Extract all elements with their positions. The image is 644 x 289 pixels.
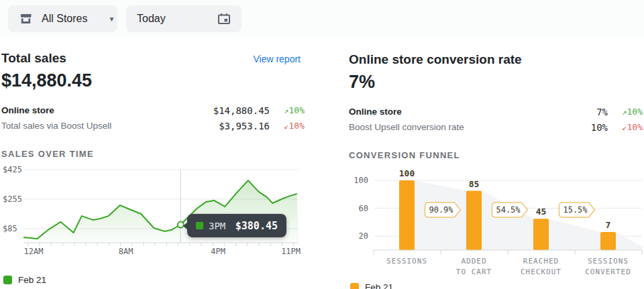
metric-label: Online store	[349, 107, 527, 117]
x-axis-label: CONVERTED	[585, 268, 631, 276]
trend-up-icon: ↗	[622, 107, 627, 117]
tooltip-time: 3PM	[209, 221, 225, 231]
storefront-icon	[19, 12, 33, 25]
funnel-bar	[399, 180, 415, 250]
bar-value-label: 85	[469, 179, 480, 189]
topbar: All Stores ▼ Today	[0, 0, 644, 38]
chevron-down-icon: ▼	[96, 15, 115, 23]
metric-row: Boost Upsell conversion rate 10% ↙10%	[349, 119, 643, 135]
conversion-rate-panel: Online store conversion rate 7% Online s…	[349, 42, 643, 289]
sales-chart-area: $425$255$8512AM8AM4PM11PM 3PM $380.45	[1, 165, 305, 257]
metric-row: Online store 7% ↗10%	[349, 104, 643, 119]
legend-label: Feb 21	[365, 282, 393, 289]
calendar-icon	[217, 12, 231, 25]
trend-down-icon: ↙	[284, 121, 288, 131]
tooltip-series-swatch	[196, 222, 203, 229]
metric-value: $14,880.45	[189, 105, 270, 116]
x-axis-label: CHECKOUT	[521, 268, 561, 276]
x-axis-label: TO CART	[456, 268, 492, 276]
metric-delta: ↗10%	[608, 107, 643, 117]
trend-up-icon: ↗	[284, 106, 288, 115]
total-sales-title: Total sales	[1, 51, 66, 66]
tooltip-value: $380.45	[235, 220, 278, 232]
metric-delta: ↙10%	[608, 122, 643, 132]
x-axis-label: REACHED	[523, 257, 559, 266]
funnel-bar	[466, 191, 482, 250]
metric-label: Boost Upsell conversion rate	[349, 122, 527, 132]
metric-value: 10%	[527, 122, 608, 133]
legend-swatch-orange	[350, 283, 359, 289]
store-filter-button[interactable]: All Stores ▼	[8, 5, 117, 32]
x-axis-label: 12AM	[24, 247, 44, 256]
chart-tooltip: 3PM $380.45	[187, 214, 286, 237]
conversion-funnel-heading: CONVERSION FUNNEL	[349, 150, 643, 160]
x-axis-label: ADDED	[461, 257, 486, 266]
bar-value-label: 7	[606, 220, 611, 230]
metric-row: Total sales via Boost Upsell $3,953.16 ↙…	[1, 118, 305, 133]
trend-down-icon: ↙	[622, 123, 627, 132]
funnel-bar	[600, 232, 616, 250]
conversion-rate-value: 7%	[349, 72, 643, 93]
sales-line-chart[interactable]: $425$255$8512AM8AM4PM11PM	[1, 165, 305, 257]
view-report-link[interactable]: View report	[253, 54, 305, 64]
sales-legend: Feb 21	[3, 275, 305, 285]
legend-swatch-green	[3, 276, 12, 284]
drop-rate-value: 15.5%	[563, 205, 588, 215]
metric-label: Total sales via Boost Upsell	[1, 121, 189, 131]
x-axis-label: 4PM	[211, 247, 225, 256]
store-filter-label: All Stores	[42, 13, 87, 25]
x-axis-label: 8AM	[119, 247, 133, 256]
metric-row: Online store $14,880.45 ↗10%	[1, 103, 305, 118]
legend-label: Feb 21	[18, 275, 46, 285]
total-sales-breakdown: Online store $14,880.45 ↗10% Total sales…	[1, 103, 305, 133]
date-filter-button[interactable]: Today	[126, 5, 241, 32]
metric-label: Online store	[1, 105, 189, 115]
x-axis-label: 11PM	[281, 247, 301, 256]
date-filter-label: Today	[137, 13, 166, 25]
metric-value: $3,953.16	[189, 121, 270, 131]
y-axis-label: 20	[359, 231, 368, 241]
x-axis-label: SESSIONS	[386, 257, 427, 266]
metric-delta: ↗10%	[270, 105, 305, 115]
conversion-rate-title: Online store conversion rate	[349, 52, 522, 67]
sales-over-time-heading: SALES OVER TIME	[1, 149, 305, 159]
drop-rate-value: 54.5%	[496, 205, 521, 215]
conversion-funnel-chart[interactable]: 10060201008545790.9%54.5%15.5%SESSIONSAD…	[349, 168, 643, 281]
funnel-legend: Feb 21	[350, 282, 643, 289]
y-axis-label: $425	[3, 165, 22, 174]
x-axis-label: SESSIONS	[588, 257, 629, 266]
y-axis-label: $85	[3, 224, 17, 233]
drop-rate-value: 90.9%	[429, 205, 453, 215]
metric-value: 7%	[527, 107, 608, 117]
funnel-bar	[533, 219, 549, 250]
total-sales-value: $14,880.45	[1, 70, 305, 91]
y-axis-label: 60	[359, 204, 368, 213]
metric-delta: ↙10%	[270, 121, 305, 131]
bar-value-label: 100	[399, 168, 415, 178]
total-sales-panel: Total sales View report $14,880.45 Onlin…	[1, 42, 305, 285]
y-axis-label: $255	[3, 194, 22, 204]
conversion-breakdown: Online store 7% ↗10% Boost Upsell conver…	[349, 104, 643, 135]
bar-value-label: 45	[536, 207, 547, 217]
y-axis-label: 100	[354, 176, 368, 185]
